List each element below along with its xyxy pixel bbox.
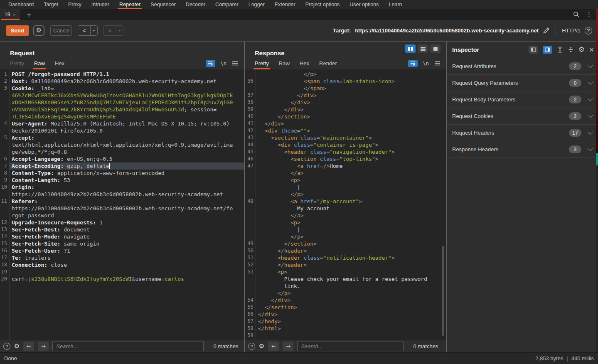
menu-item-learn[interactable]: Learn — [384, 0, 407, 9]
inspector-section-request-headers[interactable]: Request Headers17 — [447, 125, 598, 141]
request-tab-raw[interactable]: Raw — [34, 57, 45, 69]
editor-line: 51 <header class="notification-header"> — [245, 254, 446, 261]
section-count-badge: 17 — [569, 129, 581, 137]
previous-match-button[interactable]: ← — [268, 342, 279, 351]
help-icon[interactable]: ? — [585, 27, 592, 34]
menu-item-project-options[interactable]: Project options — [300, 0, 345, 9]
editor-line: 54 </div> — [245, 297, 446, 304]
next-match-button[interactable]: → — [283, 342, 293, 351]
response-tab-pretty[interactable]: Pretty — [255, 57, 269, 69]
editor-line: 57</body> — [245, 318, 446, 325]
menu-item-intruder[interactable]: Intruder — [86, 0, 114, 9]
search-settings-gear-icon[interactable]: ⚙ — [259, 343, 264, 349]
forward-button[interactable]: > ▼ — [103, 25, 123, 36]
inspector-settings-gear-icon[interactable]: ⚙ — [578, 46, 585, 53]
response-editor[interactable]: </p>36 <span class=lab-status-icon> </sp… — [245, 69, 446, 340]
kebab-menu-icon[interactable]: ⋮ — [586, 11, 592, 18]
inspector-close-button[interactable]: × — [589, 46, 594, 54]
chevron-down-icon[interactable] — [588, 113, 593, 118]
response-tab-hex[interactable]: Hex — [300, 57, 309, 69]
search-help-icon[interactable]: ? — [3, 343, 10, 350]
editor-line: 17Te: trailers — [0, 254, 244, 261]
previous-match-button[interactable]: ← — [23, 342, 34, 351]
inspector-panel: Inspector ⚙ × Request Attributes2Request… — [447, 42, 598, 352]
search-settings-gear-icon[interactable]: ⚙ — [14, 343, 20, 349]
inspector-pane-left-icon[interactable] — [529, 46, 538, 54]
menu-item-dashboard[interactable]: Dashboard — [3, 0, 39, 9]
cancel-button[interactable]: Cancel — [50, 25, 72, 36]
columns-layout-icon[interactable] — [405, 44, 416, 53]
rows-layout-icon[interactable] — [418, 44, 428, 53]
response-tab-render[interactable]: Render — [319, 57, 337, 69]
next-match-button[interactable]: → — [38, 342, 49, 351]
forward-dropdown-icon[interactable]: ▼ — [116, 26, 123, 35]
editor-line: 43 <section class="maincontainer"> — [245, 134, 446, 141]
chevron-down-icon[interactable] — [588, 63, 593, 68]
back-button[interactable]: < ▼ — [78, 25, 98, 36]
inspector-section-request-query-parameters[interactable]: Request Query Parameters0 — [447, 75, 598, 91]
show-newlines-icon[interactable]: \n — [423, 61, 429, 66]
close-tab-icon[interactable]: × — [13, 12, 15, 17]
screen-edge-dark-strip — [596, 165, 598, 352]
status-bar: Done 2,853 bytes | 440 millis — [0, 352, 598, 364]
hamburger-menu-icon[interactable] — [434, 61, 441, 66]
menu-item-sequencer[interactable]: Sequencer — [145, 0, 180, 9]
editor-line: https://0a110040049ca2b2c06b3c6d0058002b… — [0, 205, 244, 212]
http-version-selector[interactable]: HTTP/1 — [562, 27, 581, 34]
menu-item-repeater[interactable]: Repeater — [114, 0, 145, 9]
edit-target-pencil-icon[interactable] — [543, 27, 550, 34]
chevron-down-icon[interactable] — [588, 146, 593, 151]
repeater-tab-19[interactable]: 19 × — [0, 9, 20, 20]
editor-line: rgot-password — [0, 212, 244, 219]
add-tab-button[interactable]: + — [27, 11, 31, 18]
inspector-section-request-attributes[interactable]: Request Attributes2 — [447, 58, 598, 75]
expand-all-icon[interactable] — [557, 47, 563, 53]
request-editor[interactable]: 1POST /forgot-password HTTP/1.12Host: 0a… — [0, 69, 244, 340]
show-newlines-icon[interactable]: \n — [221, 61, 226, 66]
inspector-section-request-cookies[interactable]: Request Cookies2 — [447, 108, 598, 125]
search-icon[interactable] — [573, 11, 580, 18]
menu-item-extender[interactable]: Extender — [270, 0, 300, 9]
inspector-pane-right-icon[interactable] — [543, 46, 552, 54]
back-dropdown-icon[interactable]: ▼ — [90, 26, 97, 35]
send-settings-button[interactable]: ⚙ — [33, 25, 44, 36]
menu-item-user-options[interactable]: User options — [345, 0, 384, 9]
response-search-input[interactable] — [297, 342, 404, 351]
inspector-section-response-headers[interactable]: Response Headers3 — [447, 141, 598, 158]
forward-arrow-icon: > — [104, 26, 116, 35]
hamburger-menu-icon[interactable] — [232, 61, 238, 66]
chevron-down-icon[interactable] — [588, 79, 593, 85]
back-arrow-icon: < — [78, 26, 90, 35]
request-panel-title: Request — [10, 49, 34, 57]
response-tab-raw[interactable]: Raw — [279, 57, 290, 69]
editor-line: 8Content-Type: application/x-www-form-ur… — [0, 170, 244, 177]
section-count-badge: 2 — [569, 62, 581, 70]
word-wrap-toggle-icon[interactable] — [206, 60, 215, 67]
search-help-icon[interactable]: ? — [248, 343, 255, 350]
menu-item-proxy[interactable]: Proxy — [63, 0, 86, 9]
word-wrap-toggle-icon[interactable] — [408, 60, 418, 67]
chevron-down-icon[interactable] — [588, 129, 593, 135]
response-time: 440 millis — [571, 355, 594, 362]
send-button[interactable]: Send — [6, 25, 29, 36]
request-tab-pretty[interactable]: Pretty — [10, 57, 24, 69]
chevron-down-icon[interactable] — [588, 96, 593, 101]
editor-line: 59 — [245, 332, 446, 339]
menu-item-logger[interactable]: Logger — [244, 0, 270, 9]
section-count-badge: 2 — [569, 96, 581, 103]
menu-item-decoder[interactable]: Decoder — [181, 0, 210, 9]
menu-item-comparer[interactable]: Comparer — [210, 0, 244, 9]
editor-line: 56</div> — [245, 311, 446, 318]
single-layout-icon[interactable] — [430, 44, 441, 53]
inspector-section-request-body-parameters[interactable]: Request Body Parameters2 — [447, 91, 598, 108]
editor-line: ge/webp,*/*;q=0.8 — [0, 148, 244, 155]
response-scrollbar[interactable] — [442, 246, 444, 336]
editor-line: | — [245, 226, 446, 233]
request-search-input[interactable] — [52, 342, 204, 351]
editor-line: Please check your email for a reset pass… — [245, 275, 446, 283]
menu-item-target[interactable]: Target — [39, 0, 63, 9]
editor-line: </p> — [245, 71, 446, 78]
editor-line: 39 </div> — [245, 106, 446, 113]
collapse-all-icon[interactable] — [568, 47, 574, 53]
request-tab-hex[interactable]: Hex — [55, 57, 64, 69]
